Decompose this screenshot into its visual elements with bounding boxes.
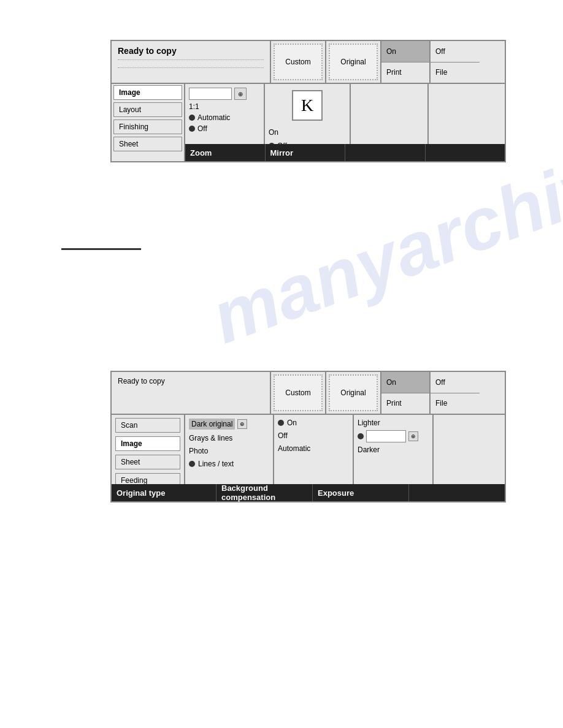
panel2-original-label: Original	[340, 389, 366, 397]
panel2-normal-dot	[358, 433, 364, 439]
panel2-dark-spin[interactable]: ⊕	[237, 419, 247, 429]
panel1-original-label: Original	[340, 58, 366, 66]
panel2-off-cell[interactable]: Off	[431, 372, 480, 393]
panel2-sidebar: Scan Image Sheet Feeding	[112, 415, 185, 484]
panel2-empty-section	[434, 415, 505, 484]
panel1-print-cell[interactable]: Print	[381, 63, 429, 83]
panel1-auto-dot	[189, 115, 195, 121]
panel2-normal-spin[interactable]: ⊕	[408, 431, 418, 441]
panel2-file-cell[interactable]: File	[431, 393, 480, 414]
panel1-mirror-label: Mirror	[266, 144, 346, 161]
panel1-content: 100.0 % ⊕ 1:1 Automatic Off K On	[185, 84, 505, 161]
panel2-original-button[interactable]: Original	[329, 374, 378, 411]
panel1-off-cell[interactable]: Off	[431, 41, 480, 63]
panel2-normal-row: Normal ⊕	[358, 430, 429, 442]
panel1-file-cell[interactable]: File	[431, 63, 480, 83]
panel2-off-file-group: Off File	[431, 372, 480, 414]
panel1-dotted-line	[118, 59, 264, 60]
panel2-bg-on[interactable]: On	[278, 417, 349, 428]
panel2-on-print-group: On Print	[381, 372, 431, 414]
panel2-ready-text: Ready to copy	[118, 377, 264, 385]
panel1-zoom-label: Zoom	[185, 144, 266, 161]
panel1-auto-radio[interactable]: Automatic	[189, 113, 260, 122]
panel2-content: Dark original ⊕ Grays & lines Photo Line…	[185, 415, 505, 484]
panel1-on-cell[interactable]: On	[381, 41, 429, 63]
panel2-tab-scan[interactable]: Scan	[115, 418, 180, 433]
panel2-lines-dot	[189, 461, 195, 467]
panel2-exposure-label: Exposure	[313, 484, 409, 501]
panel2-print-cell[interactable]: Print	[381, 393, 429, 414]
panel1-dotted-line2	[118, 67, 264, 68]
panel1-tab-finishing[interactable]: Finishing	[113, 119, 182, 134]
panel1-tab-layout[interactable]: Layout	[113, 102, 182, 117]
panel2-on-cell[interactable]: On	[381, 372, 429, 393]
panel2-header: Ready to copy Custom Original On Print	[112, 372, 505, 415]
panel2-header-left: Ready to copy	[112, 372, 271, 414]
panel2-empty-label	[409, 484, 505, 501]
panel2-tab-sheet[interactable]: Sheet	[115, 455, 180, 469]
panel1-custom-button[interactable]: Custom	[274, 44, 323, 80]
panel2-tab-image[interactable]: Image	[115, 436, 180, 451]
panel1-empty-label2	[426, 144, 505, 161]
panel2-exposure: Lighter Normal ⊕ Darker	[354, 415, 434, 484]
panel2-normal-value[interactable]: Normal	[366, 430, 406, 442]
panel2-orig-type-label: Original type	[112, 484, 216, 501]
panel2-custom-button[interactable]: Custom	[274, 374, 323, 411]
panel1-mirror-on: On	[269, 127, 278, 138]
panel2-darker[interactable]: Darker	[358, 444, 429, 455]
panel1-header: Ready to copy Custom Original On Print	[112, 41, 505, 84]
panel1: Ready to copy Custom Original On Print	[110, 40, 506, 162]
panel1-tab-sheet[interactable]: Sheet	[113, 137, 182, 151]
panel2-orig-type: Dark original ⊕ Grays & lines Photo Line…	[185, 415, 274, 484]
panel2-bg-on-dot	[278, 420, 284, 426]
panel2-photo[interactable]: Photo	[189, 446, 269, 457]
panel2-grays-lines[interactable]: Grays & lines	[189, 433, 269, 444]
panel2-label-bar: Original type Background compensation Ex…	[112, 484, 505, 501]
panel2-bg-comp-label: Background compensation	[216, 484, 313, 501]
panel2-lighter[interactable]: Lighter	[358, 417, 429, 428]
panel1-ready-text: Ready to copy	[118, 46, 264, 56]
panel2: Ready to copy Custom Original On Print	[110, 371, 506, 502]
panel1-off-radio[interactable]: Off	[189, 124, 260, 133]
panel1-off-file-group: Off File	[431, 41, 480, 83]
panel1-off-dot	[189, 126, 195, 132]
panel1-zoom-spin[interactable]: ⊕	[234, 88, 247, 100]
panel1-on-print-group: On Print	[381, 41, 431, 83]
panel1-empty-label1	[345, 144, 426, 161]
panel2-lines-text[interactable]: Lines / text	[189, 458, 269, 469]
panel1-k-icon: K	[292, 90, 323, 121]
panel1-zoom-input-row: 100.0 % ⊕	[189, 88, 260, 100]
panel2-bg-auto[interactable]: Automatic	[278, 443, 349, 454]
divider-line	[61, 248, 141, 250]
panel1-custom-label: Custom	[285, 58, 310, 66]
panel1-original-button[interactable]: Original	[329, 44, 378, 80]
panel1-ratio: 1:1	[189, 102, 260, 111]
panel1-sidebar: Image Layout Finishing Sheet	[112, 84, 185, 161]
panel2-custom-label: Custom	[285, 389, 310, 397]
panel2-bg-off[interactable]: Off	[278, 430, 349, 441]
panel1-tab-image[interactable]: Image	[113, 85, 182, 100]
panel2-dark-orig-row: Dark original ⊕	[189, 417, 269, 431]
panel2-bg-comp: On Off Automatic	[274, 415, 354, 484]
panel2-dark-original[interactable]: Dark original	[189, 419, 235, 430]
panel1-label-bar: Zoom Mirror	[185, 144, 505, 161]
panel1-zoom-value[interactable]: 100.0 %	[189, 88, 232, 100]
panel1-header-left: Ready to copy	[112, 41, 271, 83]
